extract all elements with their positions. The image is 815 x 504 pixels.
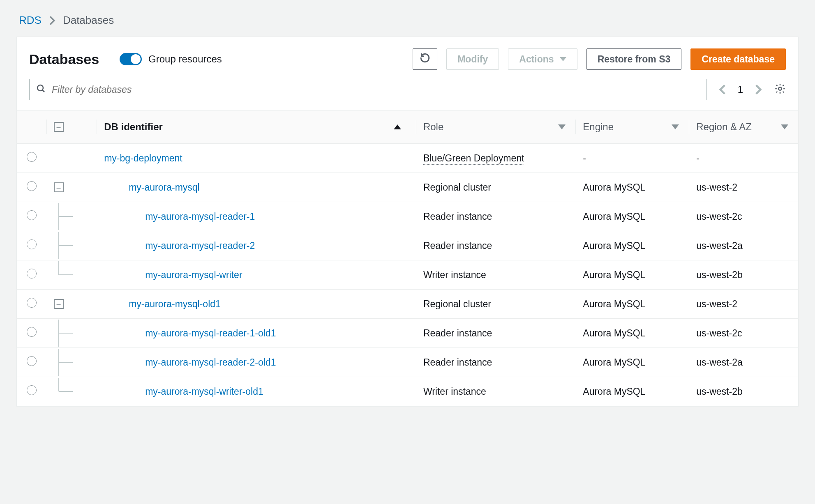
table-row: my-aurora-mysql-reader-2-old1Reader inst…: [17, 348, 798, 377]
caret-down-icon: [560, 57, 566, 61]
chevron-right-icon: [49, 15, 55, 26]
row-role: Writer instance: [423, 386, 486, 397]
settings-button[interactable]: [774, 83, 786, 97]
col-az-label: Region & AZ: [696, 121, 752, 133]
row-radio[interactable]: [27, 269, 37, 278]
databases-panel: Databases Group resources Modify Actions: [16, 37, 799, 407]
row-role: Reader instance: [423, 357, 492, 368]
row-az: us-west-2a: [696, 357, 742, 368]
col-engine-header[interactable]: Engine: [575, 110, 689, 144]
row-role: Reader instance: [423, 211, 492, 222]
search-input-wrap[interactable]: [29, 79, 706, 100]
col-id-label: DB identifier: [104, 121, 163, 133]
breadcrumb: RDS Databases: [16, 8, 799, 37]
row-engine: Aurora MySQL: [583, 357, 645, 368]
tree-connector-icon: [54, 320, 78, 347]
actions-button[interactable]: Actions: [508, 48, 577, 70]
table-row: my-aurora-mysql-writer-old1Writer instan…: [17, 377, 798, 406]
table-row: my-aurora-mysql-reader-1-old1Reader inst…: [17, 319, 798, 348]
row-az: us-west-2a: [696, 240, 742, 251]
row-engine: Aurora MySQL: [583, 240, 645, 251]
refresh-button[interactable]: [413, 48, 437, 70]
tree-connector-icon: [54, 261, 78, 288]
row-az: us-west-2c: [696, 328, 742, 338]
svg-point-2: [778, 87, 781, 90]
db-identifier-link[interactable]: my-aurora-mysql-reader-2-old1: [145, 357, 276, 368]
col-engine-label: Engine: [583, 121, 614, 133]
row-az: us-west-2b: [696, 386, 742, 397]
row-radio[interactable]: [27, 210, 37, 220]
row-engine: Aurora MySQL: [583, 182, 645, 193]
tree-connector-icon: [54, 349, 78, 376]
col-role-header[interactable]: Role: [416, 110, 575, 144]
actions-label: Actions: [519, 54, 554, 65]
gear-icon: [774, 83, 786, 97]
sort-asc-icon: [394, 124, 401, 129]
row-radio[interactable]: [27, 152, 37, 162]
group-resources-label: Group resources: [148, 53, 222, 65]
row-engine: Aurora MySQL: [583, 269, 645, 280]
table-row: my-aurora-mysql-writerWriter instanceAur…: [17, 260, 798, 290]
search-icon: [36, 84, 46, 96]
row-radio[interactable]: [27, 327, 37, 337]
db-identifier-link[interactable]: my-aurora-mysql-reader-2: [145, 240, 255, 251]
breadcrumb-root-link[interactable]: RDS: [19, 14, 42, 27]
row-role: Regional cluster: [423, 299, 491, 309]
filter-icon: [558, 124, 566, 129]
db-identifier-link[interactable]: my-aurora-mysql-reader-1-old1: [145, 328, 276, 338]
breadcrumb-current: Databases: [63, 14, 114, 27]
row-radio[interactable]: [27, 356, 37, 366]
databases-table: – DB identifier Role: [17, 110, 798, 406]
row-az: us-west-2c: [696, 211, 742, 222]
modify-label: Modify: [457, 54, 488, 65]
modify-button[interactable]: Modify: [446, 48, 499, 70]
page-title: Databases: [29, 51, 99, 67]
db-identifier-link[interactable]: my-aurora-mysql-writer-old1: [145, 386, 263, 397]
collapse-all-icon: –: [54, 122, 64, 132]
row-role: Writer instance: [423, 269, 486, 280]
table-row: –my-aurora-mysqlRegional clusterAurora M…: [17, 173, 798, 202]
row-radio[interactable]: [27, 385, 37, 395]
row-role: Reader instance: [423, 328, 492, 338]
refresh-icon: [420, 53, 430, 66]
col-az-header[interactable]: Region & AZ: [689, 110, 798, 144]
restore-from-s3-button[interactable]: Restore from S3: [586, 48, 682, 70]
row-role: Reader instance: [423, 240, 492, 251]
col-tree-header[interactable]: –: [46, 110, 97, 144]
row-radio[interactable]: [27, 181, 37, 191]
pager: 1: [719, 84, 762, 95]
table-row: my-aurora-mysql-reader-2Reader instanceA…: [17, 231, 798, 260]
page-next-button[interactable]: [755, 84, 762, 95]
row-engine: Aurora MySQL: [583, 386, 645, 397]
table-row: my-aurora-mysql-reader-1Reader instanceA…: [17, 202, 798, 231]
row-engine: Aurora MySQL: [583, 328, 645, 338]
db-identifier-link[interactable]: my-bg-deployment: [104, 153, 182, 163]
filter-icon: [781, 124, 788, 129]
row-az: us-west-2b: [696, 269, 742, 280]
row-radio[interactable]: [27, 298, 37, 308]
db-identifier-link[interactable]: my-aurora-mysql-writer: [145, 269, 242, 280]
create-database-button[interactable]: Create database: [690, 48, 786, 70]
table-row: my-bg-deploymentBlue/Green Deployment--: [17, 144, 798, 173]
tree-connector-icon: [54, 203, 78, 230]
row-az: -: [696, 153, 700, 163]
col-role-label: Role: [423, 121, 443, 133]
svg-line-1: [42, 90, 44, 92]
db-identifier-link[interactable]: my-aurora-mysql-old1: [129, 299, 221, 309]
expander-collapse-icon[interactable]: –: [54, 299, 64, 309]
expander-collapse-icon[interactable]: –: [54, 182, 64, 192]
row-az: us-west-2: [696, 299, 737, 309]
page-prev-button[interactable]: [719, 84, 726, 95]
search-input[interactable]: [52, 84, 700, 95]
row-radio[interactable]: [27, 239, 37, 249]
row-az: us-west-2: [696, 182, 737, 193]
db-identifier-link[interactable]: my-aurora-mysql: [129, 182, 200, 193]
create-label: Create database: [702, 54, 775, 65]
row-engine: Aurora MySQL: [583, 299, 645, 309]
svg-point-0: [37, 85, 43, 91]
row-role: Regional cluster: [423, 182, 491, 193]
col-id-header[interactable]: DB identifier: [97, 110, 416, 144]
row-role: Blue/Green Deployment: [423, 153, 524, 165]
group-resources-toggle[interactable]: [120, 53, 142, 65]
db-identifier-link[interactable]: my-aurora-mysql-reader-1: [145, 211, 255, 222]
